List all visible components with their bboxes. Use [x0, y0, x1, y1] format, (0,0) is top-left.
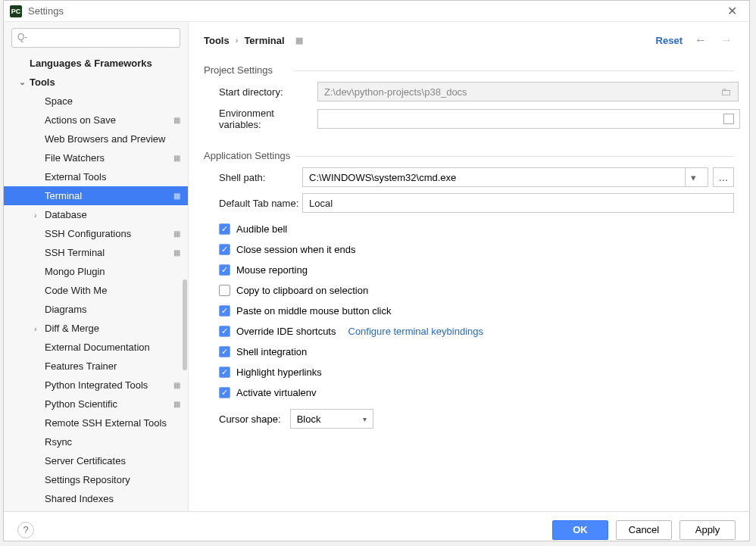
checkbox[interactable]: ✓	[219, 367, 230, 378]
tree-item[interactable]: SSH Configurations▦	[4, 224, 188, 243]
tree-item-languages-frameworks[interactable]: Languages & Frameworks	[4, 54, 188, 73]
breadcrumb-leaf: Terminal	[244, 35, 284, 46]
tree-label: Web Browsers and Preview	[45, 133, 165, 145]
checkbox-row: ✓Mouse reporting	[219, 260, 734, 280]
main-row: Q- Languages & Frameworks ⌄ Tools SpaceA…	[4, 22, 749, 511]
start-directory-input[interactable]	[317, 82, 739, 101]
tree-item[interactable]: Features Trainer	[4, 357, 188, 376]
tree-label: Tools	[30, 76, 55, 88]
reset-link[interactable]: Reset	[656, 35, 683, 46]
shell-path-combo[interactable]: C:\WINDOWS\system32\cmd.exe ▾	[302, 167, 708, 187]
back-arrow-icon[interactable]: ←	[693, 32, 708, 48]
breadcrumb-actions: Reset ← →	[656, 32, 734, 48]
chevron-down-icon[interactable]: ▾	[685, 168, 701, 186]
checkbox[interactable]: ✓	[219, 223, 230, 235]
checkbox-label[interactable]: Override IDE shortcuts	[236, 326, 336, 337]
tree-label: Features Trainer	[45, 360, 117, 372]
tree-item[interactable]: File Watchers▦	[4, 148, 188, 167]
tree-label: Server Certificates	[45, 455, 126, 466]
tree-label: File Watchers	[45, 152, 105, 164]
cursor-shape-label: Cursor shape:	[219, 413, 281, 425]
tree-label: Mongo Plugin	[45, 266, 105, 277]
checkbox[interactable]: ✓	[219, 346, 230, 357]
checkbox[interactable]: ✓	[219, 264, 230, 276]
tree-item[interactable]: Python Integrated Tools▦	[4, 376, 188, 395]
start-directory-row: Start directory: 🗀	[204, 82, 734, 101]
checkbox-row: ✓Audible bell	[219, 219, 734, 239]
app-icon: PC	[10, 5, 22, 17]
cursor-shape-row: Cursor shape: Block ▾	[204, 409, 734, 429]
checkbox-label[interactable]: Copy to clipboard on selection	[236, 285, 368, 296]
cursor-shape-select[interactable]: Block ▾	[290, 409, 373, 429]
scrollbar-thumb[interactable]	[183, 279, 187, 370]
apply-button[interactable]: Apply	[679, 520, 736, 540]
breadcrumb-root[interactable]: Tools	[204, 35, 230, 46]
checkbox-label[interactable]: Shell integration	[236, 346, 307, 357]
tree-label: SSH Terminal	[45, 247, 105, 258]
tree-item[interactable]: Diagrams	[4, 300, 188, 319]
tree-item[interactable]: Shared Indexes	[4, 489, 188, 508]
forward-arrow-icon[interactable]: →	[719, 32, 734, 48]
tree-item[interactable]: External Tools	[4, 167, 188, 186]
checkbox-label[interactable]: Close session when it ends	[236, 244, 356, 255]
checkbox-group: ✓Audible bell✓Close session when it ends…	[204, 219, 734, 403]
section-title: Project Settings	[204, 64, 734, 76]
configure-keybindings-link[interactable]: Configure terminal keybindings	[348, 326, 483, 337]
settings-tree[interactable]: Languages & Frameworks ⌄ Tools SpaceActi…	[4, 54, 188, 511]
checkbox-label[interactable]: Highlight hyperlinks	[236, 367, 322, 378]
section-title: Application Settings	[204, 150, 734, 161]
tree-item[interactable]: Space	[4, 92, 188, 111]
tree-item[interactable]: SSH Terminal▦	[4, 243, 188, 262]
browse-button[interactable]: …	[713, 167, 734, 187]
checkbox[interactable]	[219, 285, 230, 296]
tree-item[interactable]: Remote SSH External Tools	[4, 413, 188, 432]
checkbox[interactable]: ✓	[219, 305, 230, 317]
checkbox-label[interactable]: Paste on middle mouse button click	[236, 305, 392, 317]
checkbox[interactable]: ✓	[219, 387, 230, 398]
tree-item[interactable]: ›Database	[4, 205, 188, 224]
search-wrap: Q-	[4, 28, 188, 54]
tree-item[interactable]: Mongo Plugin	[4, 262, 188, 281]
tree-item[interactable]: Server Certificates	[4, 451, 188, 470]
shell-path-label: Shell path:	[204, 172, 302, 183]
list-icon[interactable]	[723, 114, 734, 124]
tree-label: External Documentation	[45, 342, 150, 353]
sidebar: Q- Languages & Frameworks ⌄ Tools SpaceA…	[4, 22, 189, 511]
checkbox-row: ✓Shell integration	[219, 342, 734, 362]
close-icon[interactable]: ✕	[721, 1, 743, 21]
chevron-right-icon: ›	[34, 324, 37, 333]
default-tab-input[interactable]	[302, 193, 734, 213]
chevron-right-icon: ›	[236, 36, 239, 45]
checkbox-label[interactable]: Mouse reporting	[236, 264, 308, 276]
cancel-button[interactable]: Cancel	[616, 520, 672, 540]
ok-button[interactable]: OK	[552, 520, 608, 540]
tree-item[interactable]: Settings Repository	[4, 470, 188, 489]
search-input[interactable]	[11, 28, 180, 48]
checkbox-label[interactable]: Audible bell	[236, 223, 287, 235]
tree-item[interactable]: Web Browsers and Preview	[4, 129, 188, 148]
tree-item[interactable]: Actions on Save▦	[4, 111, 188, 129]
checkbox-row: ✓Activate virtualenv	[219, 382, 734, 403]
env-vars-row: Environment variables:	[204, 108, 734, 130]
checkbox-row: ✓Close session when it ends	[219, 239, 734, 260]
shell-path-value: C:\WINDOWS\system32\cmd.exe	[309, 172, 456, 183]
tree-label: Python Scientific	[45, 398, 117, 410]
tree-item[interactable]: Python Scientific▦	[4, 395, 188, 413]
help-button[interactable]: ?	[17, 522, 34, 538]
default-tab-label: Default Tab name:	[204, 198, 302, 209]
checkbox[interactable]: ✓	[219, 244, 230, 255]
gear-icon: ▦	[173, 381, 180, 389]
tree-item-tools[interactable]: ⌄ Tools	[4, 73, 188, 92]
env-vars-input[interactable]	[317, 109, 740, 129]
checkbox-row: Copy to clipboard on selection	[219, 280, 734, 301]
checkbox-row: ✓Paste on middle mouse button click	[219, 301, 734, 321]
checkbox[interactable]: ✓	[219, 326, 230, 337]
content-panel: Tools › Terminal ▦ Reset ← → Project Set…	[189, 22, 749, 511]
tree-item[interactable]: Code With Me	[4, 281, 188, 300]
tree-item[interactable]: External Documentation	[4, 338, 188, 357]
tree-item[interactable]: Terminal▦	[4, 186, 188, 205]
checkbox-label[interactable]: Activate virtualenv	[236, 387, 317, 398]
tree-item[interactable]: ›Diff & Merge	[4, 319, 188, 338]
tree-item[interactable]: Rsync	[4, 432, 188, 451]
breadcrumb-row: Tools › Terminal ▦ Reset ← →	[204, 30, 734, 51]
